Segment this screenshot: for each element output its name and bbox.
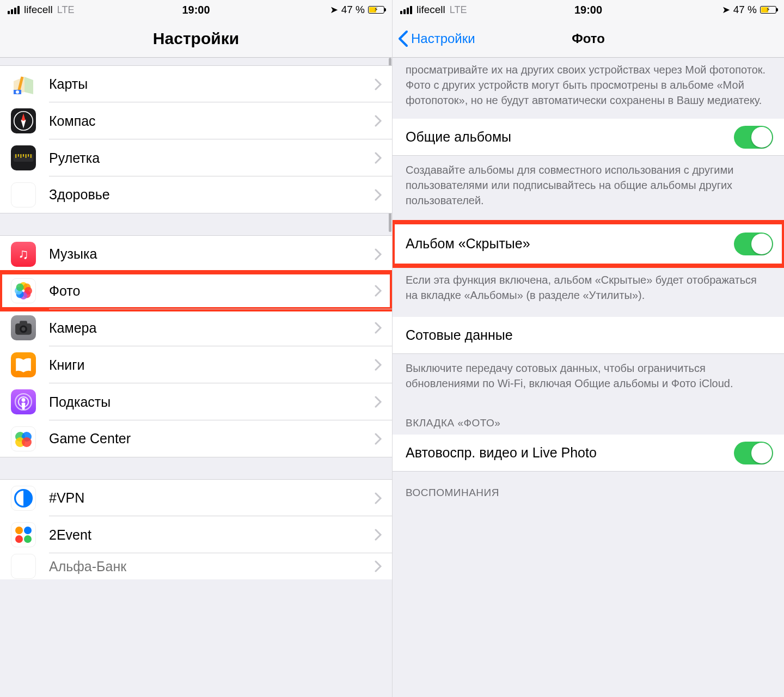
nav-bar: Настройки [0,20,392,58]
settings-item-books[interactable]: Книги [0,346,392,383]
svg-point-34 [15,535,23,543]
settings-item-2event[interactable]: 2Event [0,516,392,553]
cellular-data-row[interactable]: Сотовые данные [393,317,784,354]
compass-icon [11,108,36,133]
list-item-label: Game Center [49,431,375,447]
list-item-label: Фото [49,283,375,299]
2event-app-icon [11,522,36,547]
hidden-album-footer: Если эта функция включена, альбом «Скрыт… [393,266,784,314]
camera-icon [11,315,36,340]
list-item-label: Подкасты [49,394,375,410]
autoplay-toggle[interactable] [734,442,773,464]
list-item-label: Альфа-Банк [49,559,375,574]
hidden-album-label: Альбом «Скрытые» [406,236,734,252]
carrier-label: lifecell [24,4,53,16]
battery-percent: 47 % [733,4,757,16]
list-item-label: Компас [49,113,375,129]
settings-item-music[interactable]: ♫ Музыка [0,235,392,272]
maps-icon [11,72,36,97]
list-item-label: #VPN [49,490,375,506]
signal-icon [8,6,20,14]
chevron-right-icon [375,433,382,445]
svg-point-30 [22,437,32,447]
list-item-label: Камера [49,320,375,336]
hidden-album-toggle[interactable] [734,233,773,255]
settings-item-alpha[interactable]: А Альфа-Банк [0,553,392,579]
photostream-footer: просматривайте их на других своих устрой… [393,58,784,119]
list-item-label: Книги [49,357,375,373]
hidden-album-row[interactable]: Альбом «Скрытые» [393,222,784,266]
heart-icon: ♥ [11,182,36,207]
autoplay-label: Автовоспр. видео и Live Photo [406,445,734,461]
ruler-icon [11,145,36,170]
books-icon [11,352,36,377]
page-title: Настройки [153,29,239,48]
memories-header: ВОСПОМИНАНИЯ [393,472,784,504]
battery-percent: 47 % [341,4,365,16]
settings-item-measure[interactable]: Рулетка [0,139,392,176]
chevron-right-icon [375,396,382,408]
chevron-right-icon [375,115,382,127]
settings-item-camera[interactable]: Камера [0,309,392,346]
settings-item-compass[interactable]: Компас [0,102,392,139]
autoplay-row[interactable]: Автовоспр. видео и Live Photo [393,435,784,472]
photos-settings-list[interactable]: просматривайте их на других своих устрой… [393,58,784,697]
list-item-label: Карты [49,76,375,92]
photos-settings-screen: lifecell LTE 19:00 ➤ 47 % ⚡︎ Настройки Ф… [392,0,784,697]
list-item-label: Рулетка [49,150,375,166]
podcasts-icon [11,389,36,414]
nav-bar: Настройки Фото [393,20,784,58]
battery-icon: ⚡︎ [368,6,384,14]
back-button[interactable]: Настройки [397,30,475,47]
chevron-right-icon [375,560,382,572]
chevron-right-icon [375,322,382,334]
svg-point-19 [16,284,24,291]
list-item-label: 2Event [49,527,375,543]
shared-albums-toggle[interactable] [734,126,773,149]
settings-screen: lifecell LTE 19:00 ➤ 47 % ⚡︎ Настройки К… [0,0,392,697]
settings-item-maps[interactable]: Карты [0,65,392,102]
status-bar: lifecell LTE 19:00 ➤ 47 % ⚡︎ [393,0,784,20]
svg-point-23 [22,327,26,331]
chevron-right-icon [375,285,382,297]
settings-item-gamecenter[interactable]: Game Center [0,420,392,457]
clock: 19:00 [574,4,602,16]
svg-point-35 [24,535,32,543]
chevron-right-icon [375,492,382,504]
music-icon: ♫ [11,242,36,267]
settings-item-podcasts[interactable]: Подкасты [0,383,392,420]
photos-icon [11,278,36,303]
svg-point-2 [16,90,19,94]
network-label: LTE [57,4,75,16]
chevron-right-icon [375,248,382,260]
shared-albums-footer: Создавайте альбомы для совместного испол… [393,156,784,219]
settings-item-vpn[interactable]: #VPN [0,479,392,516]
chevron-right-icon [375,152,382,164]
carrier-label: lifecell [416,4,445,16]
location-icon: ➤ [722,4,730,16]
page-title: Фото [572,31,605,46]
list-item-label: Музыка [49,246,375,262]
list-item-label: Здоровье [49,187,375,203]
vpn-app-icon [11,486,36,511]
settings-item-health[interactable]: ♥ Здоровье [0,176,392,213]
back-label: Настройки [411,31,475,46]
photos-tab-header: ВКЛАДКА «ФОТО» [393,402,784,435]
settings-item-photos[interactable]: Фото [0,272,392,309]
gamecenter-icon [11,426,36,451]
settings-list[interactable]: Карты Компас Рулетка ♥ [0,58,392,697]
svg-point-26 [22,398,26,402]
cellular-data-label: Сотовые данные [406,327,773,343]
chevron-right-icon [375,78,382,90]
chevron-right-icon [375,529,382,541]
shared-albums-row[interactable]: Общие альбомы [393,119,784,156]
network-label: LTE [450,4,467,16]
location-icon: ➤ [330,4,338,16]
shared-albums-label: Общие альбомы [406,129,734,145]
signal-icon [400,6,412,14]
chevron-right-icon [375,189,382,201]
alpha-app-icon: А [11,554,36,579]
cellular-data-footer: Выключите передачу сотовых данных, чтобы… [393,354,784,402]
battery-icon: ⚡︎ [760,6,776,14]
svg-rect-21 [20,321,27,325]
